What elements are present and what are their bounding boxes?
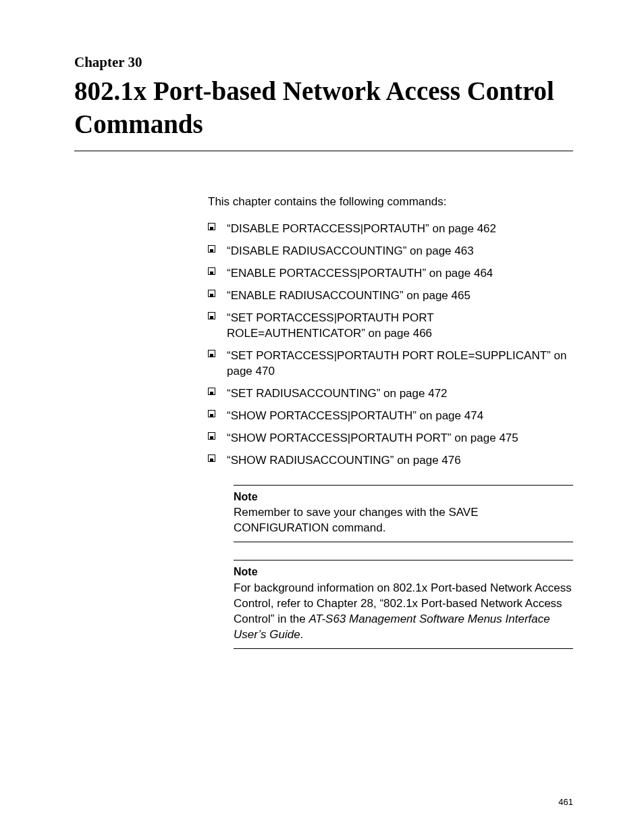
bullet-icon <box>208 388 215 395</box>
note-block: Note Remember to save your changes with … <box>234 485 573 542</box>
list-item-text: “ENABLE RADIUSACCOUNTING” on page 465 <box>227 289 471 302</box>
note-label: Note <box>234 565 573 579</box>
list-item-text: “SET RADIUSACCOUNTING” on page 472 <box>227 387 448 400</box>
chapter-label: Chapter 30 <box>74 54 573 71</box>
list-item-text: “SHOW PORTACCESS|PORTAUTH PORT” on page … <box>227 432 518 444</box>
list-item-text: “ENABLE PORTACCESS|PORTAUTH” on page 464 <box>227 267 493 280</box>
bullet-icon <box>208 432 215 440</box>
intro-text: This chapter contains the following comm… <box>208 194 573 210</box>
bullet-icon <box>208 410 215 417</box>
list-item: “DISABLE PORTACCESS|PORTAUTH” on page 46… <box>208 221 573 237</box>
page-number: 461 <box>558 797 573 807</box>
list-item: “SET PORTACCESS|PORTAUTH PORT ROLE=SUPPL… <box>208 348 573 380</box>
list-item: “ENABLE PORTACCESS|PORTAUTH” on page 464 <box>208 266 573 282</box>
bullet-icon <box>208 350 215 357</box>
list-item: “SET RADIUSACCOUNTING” on page 472 <box>208 386 573 402</box>
note-block: Note For background information on 802.1… <box>234 560 573 648</box>
list-item-text: “SET PORTACCESS|PORTAUTH PORT ROLE=SUPPL… <box>227 349 566 377</box>
note-text: Remember to save your changes with the S… <box>234 506 479 534</box>
chapter-title: 802.1x Port-based Network Access Control… <box>74 75 573 151</box>
body-column: This chapter contains the following comm… <box>208 194 573 649</box>
bullet-icon <box>208 312 215 319</box>
note-body: For background information on 802.1x Por… <box>234 581 573 643</box>
list-item: “SHOW PORTACCESS|PORTAUTH PORT” on page … <box>208 431 573 446</box>
list-item: “ENABLE RADIUSACCOUNTING” on page 465 <box>208 288 573 304</box>
list-item-text: “SHOW PORTACCESS|PORTAUTH” on page 474 <box>227 409 483 422</box>
list-item: “SHOW RADIUSACCOUNTING” on page 476 <box>208 453 573 469</box>
command-list: “DISABLE PORTACCESS|PORTAUTH” on page 46… <box>208 221 573 468</box>
list-item-text: “DISABLE RADIUSACCOUNTING” on page 463 <box>227 244 474 257</box>
bullet-icon <box>208 290 215 297</box>
note-body: Remember to save your changes with the S… <box>234 505 573 536</box>
note-text-tail: . <box>300 628 304 641</box>
bullet-icon <box>208 245 215 253</box>
list-item: “DISABLE RADIUSACCOUNTING” on page 463 <box>208 244 573 259</box>
list-item: “SHOW PORTACCESS|PORTAUTH” on page 474 <box>208 409 573 424</box>
bullet-icon <box>208 223 215 230</box>
list-item: “SET PORTACCESS|PORTAUTH PORT ROLE=AUTHE… <box>208 311 573 342</box>
list-item-text: “DISABLE PORTACCESS|PORTAUTH” on page 46… <box>227 222 496 235</box>
bullet-icon <box>208 454 215 462</box>
list-item-text: “SET PORTACCESS|PORTAUTH PORT ROLE=AUTHE… <box>227 311 433 340</box>
bullet-icon <box>208 267 215 275</box>
note-label: Note <box>234 490 573 504</box>
document-page: Chapter 30 802.1x Port-based Network Acc… <box>0 0 644 834</box>
list-item-text: “SHOW RADIUSACCOUNTING” on page 476 <box>227 454 461 467</box>
